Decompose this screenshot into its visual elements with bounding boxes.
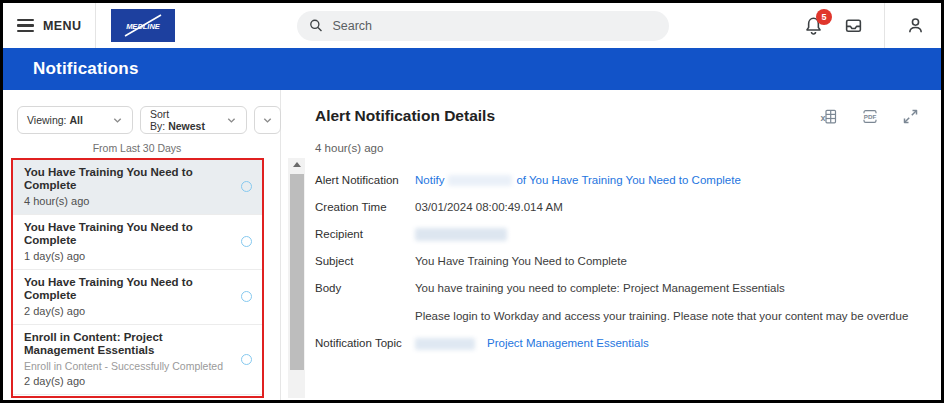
- list-scrollbar[interactable]: [288, 158, 305, 398]
- notification-list-item[interactable]: You Have Training You Need to Complete 4…: [13, 160, 262, 214]
- expand-icon: [902, 108, 919, 125]
- field-label: Body: [315, 281, 415, 324]
- global-search[interactable]: [297, 11, 669, 41]
- field-recipient: Recipient: [315, 227, 931, 242]
- field-subject: Subject You Have Training You Need to Co…: [315, 254, 931, 269]
- field-value: 03/01/2024 08:00:49.014 AM: [415, 200, 563, 215]
- details-fields: Alert Notification Notifyof You Have Tra…: [315, 173, 931, 351]
- notification-list-item[interactable]: You Have Training You Need to Complete 1…: [13, 214, 262, 269]
- person-icon: [906, 16, 925, 35]
- inbox-button[interactable]: [844, 16, 863, 35]
- export-to-pdf-button[interactable]: PDF: [861, 108, 879, 125]
- search-icon: [309, 18, 323, 33]
- unread-indicator-icon[interactable]: [241, 181, 252, 192]
- topbar-actions: 5: [804, 3, 941, 48]
- medline-logo[interactable]: MEDLINE: [111, 9, 175, 42]
- viewing-filter-dropdown[interactable]: Viewing:All: [17, 106, 133, 134]
- notification-count-badge: 5: [816, 9, 832, 25]
- scrollbar-thumb[interactable]: [290, 174, 304, 370]
- top-bar: MENU MEDLINE 5: [3, 3, 941, 48]
- field-value: Notifyof You Have Training You Need to C…: [415, 173, 741, 188]
- sort-by-text: Sort By:Newest: [150, 108, 226, 132]
- body-line-1: You have training you need to complete: …: [415, 281, 908, 296]
- notification-list-item[interactable]: You Have Training You Need to Complete 2…: [13, 269, 262, 324]
- page-title: Notifications: [33, 59, 139, 79]
- inbox-tray-icon: [844, 16, 863, 35]
- body-line-2: Please login to Workday and access your …: [415, 309, 908, 324]
- topbar-divider: [884, 3, 885, 48]
- date-range-note: From Last 30 Days: [11, 142, 263, 154]
- content-area: Viewing:All Sort By:Newest From Last 30 …: [3, 90, 941, 400]
- viewing-filter-text: Viewing:All: [27, 114, 83, 126]
- svg-text:MEDLINE: MEDLINE: [127, 22, 162, 31]
- notification-list-item[interactable]: Enroll in Content: Project Management Es…: [13, 324, 262, 394]
- app-window: MENU MEDLINE 5: [0, 0, 944, 403]
- scrollbar-up-arrow-icon[interactable]: [293, 162, 301, 167]
- notification-time: 2 day(s) ago: [24, 375, 234, 388]
- field-notification-topic: Notification Topic Project Management Es…: [315, 336, 931, 351]
- field-body: Body You have training you need to compl…: [315, 281, 931, 324]
- pdf-icon: PDF: [861, 108, 879, 125]
- redacted-text: [448, 175, 512, 186]
- sort-by-dropdown[interactable]: Sort By:Newest: [140, 106, 247, 134]
- notification-time: 1 day(s) ago: [24, 250, 234, 263]
- field-alert-notification: Alert Notification Notifyof You Have Tra…: [315, 173, 931, 188]
- details-title: Alert Notification Details: [315, 107, 495, 125]
- svg-text:x: x: [821, 112, 826, 122]
- field-label: Alert Notification: [315, 173, 415, 188]
- topbar-divider: [95, 3, 96, 48]
- notifications-bell-button[interactable]: 5: [804, 16, 823, 35]
- menu-label: MENU: [43, 19, 81, 33]
- list-filters: Viewing:All Sort By:Newest: [17, 106, 281, 134]
- field-creation-time: Creation Time 03/01/2024 08:00:49.014 AM: [315, 200, 931, 215]
- panel-divider: [280, 90, 281, 400]
- field-label: Subject: [315, 254, 415, 269]
- excel-export-icon: x: [820, 108, 838, 125]
- notification-list-item[interactable]: This is test message This is test messag…: [13, 394, 262, 398]
- field-value: [415, 227, 507, 242]
- redacted-text: [415, 228, 507, 241]
- chevron-down-icon: [262, 115, 273, 126]
- unread-indicator-icon[interactable]: [241, 354, 252, 365]
- hamburger-icon: [17, 19, 34, 32]
- unread-indicator-icon[interactable]: [241, 291, 252, 302]
- notification-subtitle: Enroll in Content - Successfully Complet…: [24, 360, 234, 372]
- notification-title: Enroll in Content: Project Management Es…: [24, 331, 234, 357]
- menu-button[interactable]: MENU: [3, 3, 95, 48]
- notification-time: 4 hour(s) ago: [24, 195, 234, 208]
- notification-time: 2 day(s) ago: [24, 305, 234, 318]
- notification-title: You Have Training You Need to Complete: [24, 166, 234, 192]
- details-toolbar: x PDF: [820, 108, 919, 125]
- search-input[interactable]: [332, 19, 657, 33]
- more-filters-button[interactable]: [254, 106, 281, 134]
- chevron-down-icon: [112, 115, 123, 126]
- details-time-ago: 4 hour(s) ago: [315, 142, 931, 154]
- unread-indicator-icon[interactable]: [241, 236, 252, 247]
- notification-title: You Have Training You Need to Complete: [24, 221, 234, 247]
- profile-button[interactable]: [906, 16, 925, 35]
- details-header: Alert Notification Details x: [315, 107, 931, 125]
- field-value: You have training you need to complete: …: [415, 281, 908, 324]
- expand-fullscreen-button[interactable]: [902, 108, 919, 125]
- field-value: You Have Training You Need to Complete: [415, 254, 627, 269]
- field-label: Recipient: [315, 227, 415, 242]
- details-panel: Alert Notification Details x: [315, 90, 931, 400]
- svg-text:PDF: PDF: [864, 112, 877, 119]
- redacted-text: [415, 338, 475, 350]
- field-label: Creation Time: [315, 200, 415, 215]
- field-value: Project Management Essentials: [415, 336, 649, 351]
- export-to-excel-button[interactable]: x: [820, 108, 838, 125]
- alert-notification-link[interactable]: Notifyof You Have Training You Need to C…: [415, 174, 741, 186]
- notification-title: You Have Training You Need to Complete: [24, 276, 234, 302]
- page-header: Notifications: [3, 48, 941, 90]
- field-label: Notification Topic: [315, 336, 415, 351]
- notification-list: You Have Training You Need to Complete 4…: [11, 158, 264, 398]
- chevron-down-icon: [226, 115, 237, 126]
- notification-topic-link[interactable]: Project Management Essentials: [487, 337, 649, 349]
